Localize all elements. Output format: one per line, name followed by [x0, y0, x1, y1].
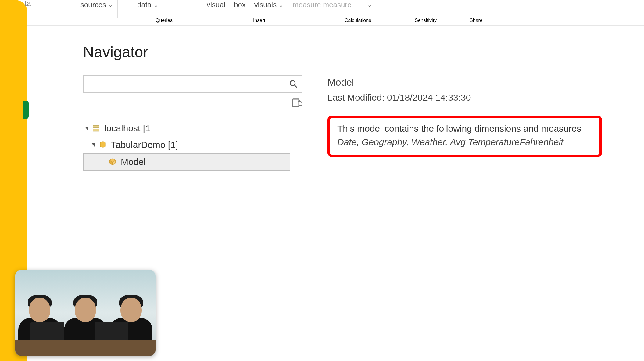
- ribbon-label: visual: [207, 1, 225, 9]
- chevron-down-icon: ⌄: [367, 1, 372, 9]
- svg-rect-2: [293, 99, 299, 107]
- search-input[interactable]: [84, 76, 285, 92]
- ribbon-separator: [117, 0, 118, 18]
- ribbon: ta sources ⌄ data ⌄ visual box visuals ⌄…: [27, 0, 644, 26]
- ribbon-group-share: Share: [470, 18, 483, 23]
- ribbon-item-visuals[interactable]: visuals ⌄: [250, 0, 288, 10]
- ribbon-group-calculations: Calculations: [345, 18, 371, 23]
- refresh-button[interactable]: [292, 98, 302, 109]
- cube-icon: [109, 158, 116, 166]
- ribbon-group-queries: Queries: [156, 18, 173, 23]
- ribbon-group-sensitivity: Sensitivity: [415, 18, 437, 23]
- ribbon-label: visuals: [254, 1, 277, 9]
- description-highlight-box: This model contains the following dimens…: [327, 116, 602, 157]
- tree-node-model[interactable]: Model: [83, 153, 290, 171]
- expander-icon: [85, 127, 88, 130]
- ribbon-item-data[interactable]: data ⌄: [133, 0, 163, 10]
- navigator-body: localhost [1] TabularDemo [1]: [83, 75, 632, 361]
- ribbon-item-box[interactable]: box: [230, 0, 250, 10]
- svg-line-1: [295, 85, 297, 88]
- tree-label: localhost [1]: [104, 123, 153, 134]
- pane-divider: [315, 75, 315, 361]
- search-button[interactable]: [285, 76, 302, 92]
- dialog-title: Navigator: [83, 43, 148, 61]
- server-icon: [92, 124, 100, 132]
- ribbon-separator: [384, 0, 384, 18]
- expander-icon: [91, 143, 95, 147]
- ribbon-label: sources: [80, 1, 106, 9]
- ribbon-row-commands: sources ⌄ data ⌄ visual box visuals ⌄ me…: [27, 0, 644, 10]
- navigator-tree: localhost [1] TabularDemo [1]: [83, 120, 309, 171]
- search-icon: [289, 80, 298, 88]
- ribbon-item-sources[interactable]: sources ⌄: [76, 0, 117, 10]
- tree-node-database[interactable]: TabularDemo [1]: [83, 137, 309, 153]
- tree-label: TabularDemo [1]: [111, 140, 178, 150]
- tree-label: Model: [121, 157, 146, 167]
- navigator-detail-pane: Model Last Modified: 01/18/2024 14:33:30…: [327, 75, 632, 361]
- detail-last-modified: Last Modified: 01/18/2024 14:33:30: [327, 92, 632, 103]
- desk: [15, 340, 156, 356]
- description-text: This model contains the following dimens…: [337, 123, 592, 134]
- ribbon-label: box: [234, 1, 246, 9]
- chevron-down-icon: ⌄: [278, 1, 284, 9]
- ribbon-item-dropdown[interactable]: ⌄: [356, 0, 384, 10]
- detail-title: Model: [327, 77, 632, 88]
- presenter-webcam-overlay: [15, 270, 156, 356]
- tree-node-server[interactable]: localhost [1]: [83, 120, 309, 137]
- chevron-down-icon: ⌄: [108, 1, 113, 9]
- search-box: [83, 75, 302, 93]
- database-icon: [99, 141, 107, 149]
- svg-point-0: [290, 81, 295, 86]
- ribbon-group-insert: Insert: [253, 18, 265, 23]
- ribbon-item-measure[interactable]: measure measure: [288, 0, 356, 10]
- ribbon-label: measure measure: [292, 1, 351, 9]
- ribbon-label: data: [137, 1, 152, 9]
- refresh-icon: [292, 98, 302, 109]
- ribbon-item-visual[interactable]: visual: [202, 0, 230, 10]
- svg-rect-3: [93, 125, 99, 128]
- ribbon-item-partial: ta: [24, 0, 31, 8]
- svg-rect-4: [93, 129, 99, 131]
- chevron-down-icon: ⌄: [153, 1, 159, 9]
- description-fields: Date, Geography, Weather, Avg Temperatur…: [337, 137, 592, 147]
